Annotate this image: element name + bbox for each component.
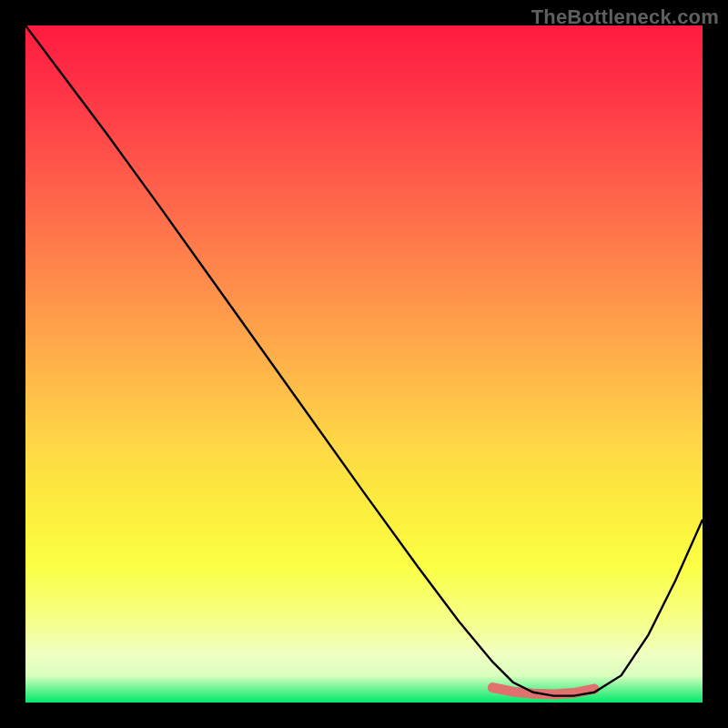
plot-area	[25, 25, 703, 703]
chart-frame: TheBottleneck.com	[0, 0, 728, 728]
bottleneck-curve	[25, 25, 703, 696]
curve-svg	[25, 25, 703, 703]
